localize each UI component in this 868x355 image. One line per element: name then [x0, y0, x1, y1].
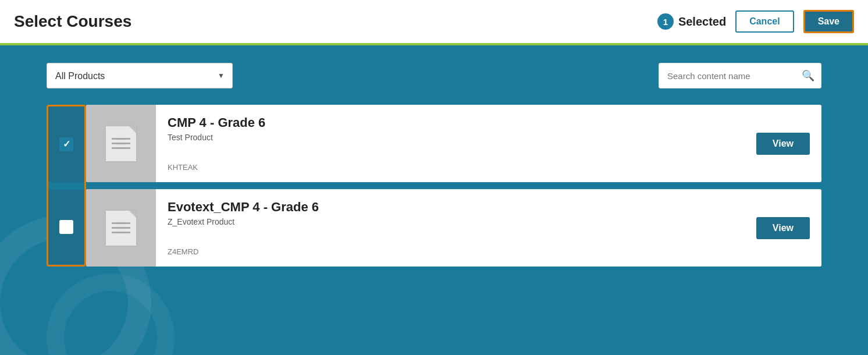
search-icon: 🔍 [802, 69, 814, 82]
doc-line [112, 227, 130, 229]
view-button-2[interactable]: View [756, 217, 810, 239]
header-actions: 1 Selected Cancel Save [657, 10, 854, 33]
bg-decoration-2 [47, 274, 175, 355]
product-select[interactable]: All Products [47, 63, 233, 88]
doc-line [112, 143, 130, 144]
checkbox-course-2[interactable] [59, 220, 73, 234]
course-card-2-body: Evotext_CMP 4 - Grade 6 Z_Evotext Produc… [156, 189, 745, 267]
course-card-2-icon [86, 189, 156, 267]
filter-row: All Products 🔍 [47, 63, 821, 88]
doc-line [112, 232, 130, 233]
cancel-button[interactable]: Cancel [735, 10, 794, 33]
course-code-2: Z4EMRD [168, 247, 733, 256]
search-wrapper: 🔍 [659, 63, 821, 88]
course-card-2-action: View [745, 189, 821, 267]
selected-count-badge: 1 [657, 13, 674, 30]
page-title: Select Courses [14, 12, 131, 31]
checkbox-course-1[interactable] [59, 137, 73, 151]
course-product-2: Z_Evotext Product [168, 217, 733, 226]
search-input[interactable] [659, 63, 821, 88]
main-content: All Products 🔍 [0, 45, 868, 355]
course-cards: CMP 4 - Grade 6 Test Product KHTEAK View [86, 105, 821, 267]
save-button[interactable]: Save [803, 10, 854, 33]
document-icon-1 [105, 125, 137, 162]
checkbox-column [47, 105, 86, 267]
course-card-1-body: CMP 4 - Grade 6 Test Product KHTEAK [156, 105, 745, 182]
product-select-wrapper: All Products [47, 63, 233, 88]
course-name-2: Evotext_CMP 4 - Grade 6 [168, 200, 733, 215]
course-card-1-action: View [745, 105, 821, 182]
course-card-1-icon [86, 105, 156, 182]
header: Select Courses 1 Selected Cancel Save [0, 0, 868, 45]
course-list-wrapper: CMP 4 - Grade 6 Test Product KHTEAK View [47, 105, 821, 267]
doc-line [112, 138, 130, 140]
selected-label: Selected [678, 15, 726, 29]
course-code-1: KHTEAK [168, 163, 733, 172]
document-icon-2 [105, 210, 137, 247]
checkbox-cell-2[interactable] [48, 190, 84, 265]
checkbox-cell-1[interactable] [48, 106, 84, 183]
doc-line [112, 222, 130, 224]
selected-badge: 1 Selected [657, 13, 726, 30]
course-product-1: Test Product [168, 133, 733, 142]
view-button-1[interactable]: View [756, 133, 810, 155]
doc-line [112, 147, 130, 149]
course-name-1: CMP 4 - Grade 6 [168, 115, 733, 130]
course-card-1: CMP 4 - Grade 6 Test Product KHTEAK View [86, 105, 821, 182]
course-card-2: Evotext_CMP 4 - Grade 6 Z_Evotext Produc… [86, 189, 821, 267]
